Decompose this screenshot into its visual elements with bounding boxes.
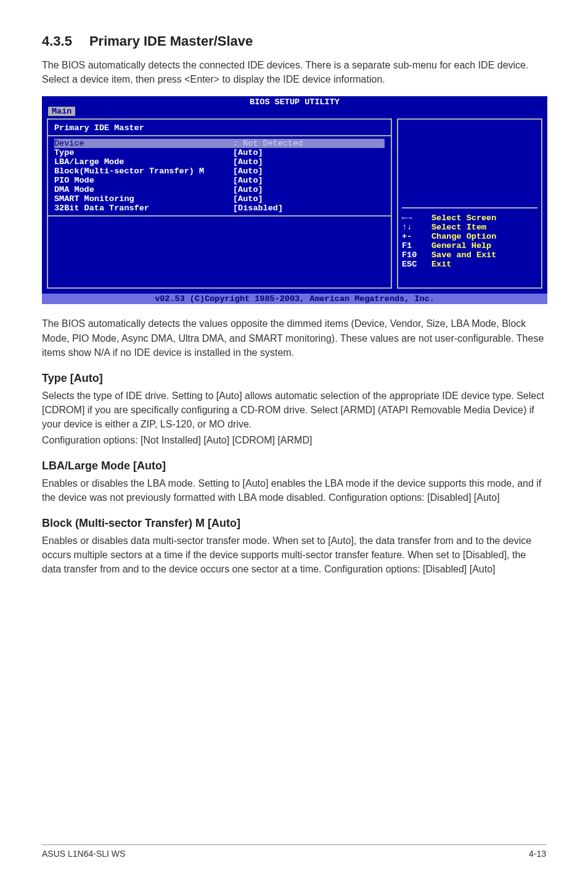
intro-paragraph: The BIOS automatically detects the conne… (42, 58, 546, 86)
bios-inner: Primary IDE Master Device : Not Detected… (42, 118, 547, 294)
nav-action: Select Item (431, 223, 486, 232)
nav-action: Save and Exit (431, 250, 496, 260)
bios-row-value: [Auto] (233, 176, 263, 185)
nav-row: F10Save and Exit (402, 250, 537, 260)
type-heading: Type [Auto] (42, 372, 546, 385)
bios-row-value: [Auto] (233, 167, 263, 176)
nav-key: F10 (402, 250, 431, 260)
lba-paragraph: Enables or disables the LBA mode. Settin… (42, 476, 546, 505)
bios-row-value: [Auto] (233, 148, 263, 157)
nav-row: +-Change Option (402, 232, 537, 241)
bios-row-label: DMA Mode (54, 185, 233, 194)
section-number: 4.3.5 (42, 33, 72, 49)
nav-row: ↑↓Select Item (402, 223, 537, 232)
bios-row-label: Block(Multi-sector Transfer) M (54, 167, 233, 176)
nav-action: Exit (431, 260, 451, 269)
bios-device-row: Device : Not Detected (54, 139, 385, 148)
nav-key: ←→ (402, 213, 431, 223)
bios-row-value: [Auto] (233, 185, 263, 194)
bios-row-value: [Auto] (233, 194, 263, 204)
bios-device-label: Device (54, 139, 233, 148)
bios-row-label: Type (54, 148, 233, 157)
section-heading: 4.3.5Primary IDE Master/Slave (42, 33, 546, 49)
divider (48, 215, 391, 217)
bios-row: LBA/Large Mode[Auto] (54, 157, 385, 167)
bios-left-panel: Primary IDE Master Device : Not Detected… (47, 118, 392, 289)
bios-tab-main: Main (48, 107, 75, 116)
nav-action: General Help (431, 241, 491, 250)
type-paragraph-1: Selects the type of IDE drive. Setting t… (42, 389, 546, 432)
bios-row-value: [Disabled] (233, 204, 283, 213)
lba-heading: LBA/Large Mode [Auto] (42, 460, 546, 472)
bios-row: DMA Mode[Auto] (54, 185, 385, 194)
nav-key: F1 (402, 241, 431, 250)
footer-right: 4-13 (529, 849, 546, 859)
nav-row: ←→Select Screen (402, 213, 537, 223)
block-paragraph: Enables or disables data multi-sector tr… (42, 534, 546, 577)
nav-key: ↑↓ (402, 223, 431, 232)
bios-row: SMART Monitoring[Auto] (54, 194, 385, 204)
bios-row-label: LBA/Large Mode (54, 157, 233, 167)
nav-action: Change Option (431, 232, 496, 241)
bios-right-panel: ←→Select Screen ↑↓Select Item +-Change O… (397, 118, 542, 289)
bios-screenshot: BIOS SETUP UTILITY Main Primary IDE Mast… (42, 96, 547, 304)
page-footer: ASUS L1N64-SLI WS 4-13 (42, 844, 546, 859)
nav-row: F1General Help (402, 241, 537, 250)
nav-key: +- (402, 232, 431, 241)
bios-row: 32Bit Data Transfer[Disabled] (54, 204, 385, 213)
bios-row-value: [Auto] (233, 157, 263, 167)
bios-panel-title: Primary IDE Master (54, 123, 233, 133)
bios-row-label: PIO Mode (54, 176, 233, 185)
bios-title: BIOS SETUP UTILITY (42, 96, 547, 107)
nav-action: Select Screen (431, 213, 496, 223)
after-bios-paragraph: The BIOS automatically detects the value… (42, 316, 546, 360)
bios-copyright: v02.53 (C)Copyright 1985-2003, American … (42, 294, 547, 304)
section-title-text: Primary IDE Master/Slave (89, 33, 253, 49)
bios-row: Type[Auto] (54, 148, 385, 157)
bios-row: Block(Multi-sector Transfer) M[Auto] (54, 167, 385, 176)
bios-device-value: : Not Detected (233, 139, 303, 148)
bios-row-label: SMART Monitoring (54, 194, 233, 204)
block-heading: Block (Multi-sector Transfer) M [Auto] (42, 517, 546, 530)
type-paragraph-2: Configuration options: [Not Installed] [… (42, 433, 546, 447)
nav-key: ESC (402, 260, 431, 269)
bios-nav-help: ←→Select Screen ↑↓Select Item +-Change O… (402, 207, 537, 284)
bios-row-label: 32Bit Data Transfer (54, 204, 233, 213)
bios-row: PIO Mode[Auto] (54, 176, 385, 185)
nav-row: ESCExit (402, 260, 537, 269)
divider (48, 135, 391, 136)
footer-left: ASUS L1N64-SLI WS (42, 849, 125, 859)
